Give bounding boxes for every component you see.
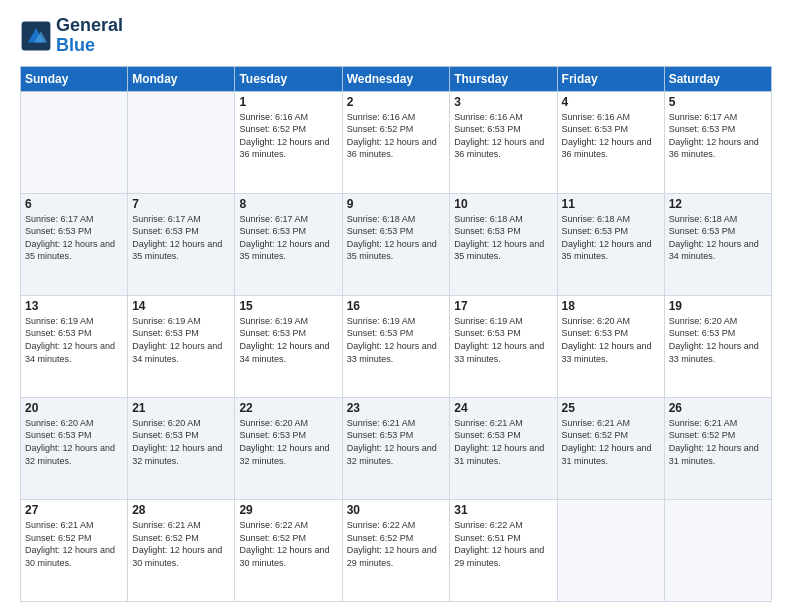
weekday-header-saturday: Saturday xyxy=(664,66,771,91)
week-row-2: 6Sunrise: 6:17 AM Sunset: 6:53 PM Daylig… xyxy=(21,193,772,295)
day-info: Sunrise: 6:16 AM Sunset: 6:52 PM Dayligh… xyxy=(347,111,446,161)
day-number: 10 xyxy=(454,197,552,211)
day-info: Sunrise: 6:17 AM Sunset: 6:53 PM Dayligh… xyxy=(239,213,337,263)
calendar-cell: 5Sunrise: 6:17 AM Sunset: 6:53 PM Daylig… xyxy=(664,91,771,193)
calendar-cell: 8Sunrise: 6:17 AM Sunset: 6:53 PM Daylig… xyxy=(235,193,342,295)
day-number: 22 xyxy=(239,401,337,415)
day-number: 29 xyxy=(239,503,337,517)
calendar-cell: 10Sunrise: 6:18 AM Sunset: 6:53 PM Dayli… xyxy=(450,193,557,295)
week-row-1: 1Sunrise: 6:16 AM Sunset: 6:52 PM Daylig… xyxy=(21,91,772,193)
day-info: Sunrise: 6:18 AM Sunset: 6:53 PM Dayligh… xyxy=(347,213,446,263)
calendar-cell: 16Sunrise: 6:19 AM Sunset: 6:53 PM Dayli… xyxy=(342,295,450,397)
day-info: Sunrise: 6:16 AM Sunset: 6:52 PM Dayligh… xyxy=(239,111,337,161)
day-number: 4 xyxy=(562,95,660,109)
calendar-cell xyxy=(128,91,235,193)
calendar-cell: 28Sunrise: 6:21 AM Sunset: 6:52 PM Dayli… xyxy=(128,499,235,601)
calendar-cell: 23Sunrise: 6:21 AM Sunset: 6:53 PM Dayli… xyxy=(342,397,450,499)
day-number: 30 xyxy=(347,503,446,517)
calendar-cell: 26Sunrise: 6:21 AM Sunset: 6:52 PM Dayli… xyxy=(664,397,771,499)
day-info: Sunrise: 6:22 AM Sunset: 6:52 PM Dayligh… xyxy=(347,519,446,569)
calendar-table: SundayMondayTuesdayWednesdayThursdayFrid… xyxy=(20,66,772,602)
day-number: 1 xyxy=(239,95,337,109)
calendar-cell: 13Sunrise: 6:19 AM Sunset: 6:53 PM Dayli… xyxy=(21,295,128,397)
calendar-cell xyxy=(21,91,128,193)
day-info: Sunrise: 6:21 AM Sunset: 6:53 PM Dayligh… xyxy=(454,417,552,467)
page: General Blue SundayMondayTuesdayWednesda… xyxy=(0,0,792,612)
day-info: Sunrise: 6:21 AM Sunset: 6:53 PM Dayligh… xyxy=(347,417,446,467)
day-number: 21 xyxy=(132,401,230,415)
day-number: 25 xyxy=(562,401,660,415)
calendar-cell: 21Sunrise: 6:20 AM Sunset: 6:53 PM Dayli… xyxy=(128,397,235,499)
calendar-cell xyxy=(664,499,771,601)
calendar-cell: 3Sunrise: 6:16 AM Sunset: 6:53 PM Daylig… xyxy=(450,91,557,193)
calendar-cell: 19Sunrise: 6:20 AM Sunset: 6:53 PM Dayli… xyxy=(664,295,771,397)
weekday-header-wednesday: Wednesday xyxy=(342,66,450,91)
calendar-cell: 4Sunrise: 6:16 AM Sunset: 6:53 PM Daylig… xyxy=(557,91,664,193)
week-row-5: 27Sunrise: 6:21 AM Sunset: 6:52 PM Dayli… xyxy=(21,499,772,601)
calendar-cell: 22Sunrise: 6:20 AM Sunset: 6:53 PM Dayli… xyxy=(235,397,342,499)
calendar-cell: 18Sunrise: 6:20 AM Sunset: 6:53 PM Dayli… xyxy=(557,295,664,397)
day-number: 19 xyxy=(669,299,767,313)
calendar-cell: 7Sunrise: 6:17 AM Sunset: 6:53 PM Daylig… xyxy=(128,193,235,295)
weekday-header-friday: Friday xyxy=(557,66,664,91)
day-info: Sunrise: 6:19 AM Sunset: 6:53 PM Dayligh… xyxy=(347,315,446,365)
day-info: Sunrise: 6:22 AM Sunset: 6:51 PM Dayligh… xyxy=(454,519,552,569)
calendar-cell: 9Sunrise: 6:18 AM Sunset: 6:53 PM Daylig… xyxy=(342,193,450,295)
day-info: Sunrise: 6:18 AM Sunset: 6:53 PM Dayligh… xyxy=(669,213,767,263)
day-number: 28 xyxy=(132,503,230,517)
calendar-cell: 25Sunrise: 6:21 AM Sunset: 6:52 PM Dayli… xyxy=(557,397,664,499)
day-info: Sunrise: 6:21 AM Sunset: 6:52 PM Dayligh… xyxy=(25,519,123,569)
day-number: 7 xyxy=(132,197,230,211)
calendar-cell: 2Sunrise: 6:16 AM Sunset: 6:52 PM Daylig… xyxy=(342,91,450,193)
day-info: Sunrise: 6:20 AM Sunset: 6:53 PM Dayligh… xyxy=(562,315,660,365)
day-info: Sunrise: 6:16 AM Sunset: 6:53 PM Dayligh… xyxy=(562,111,660,161)
day-number: 9 xyxy=(347,197,446,211)
weekday-header-tuesday: Tuesday xyxy=(235,66,342,91)
day-number: 13 xyxy=(25,299,123,313)
day-info: Sunrise: 6:22 AM Sunset: 6:52 PM Dayligh… xyxy=(239,519,337,569)
calendar-cell: 11Sunrise: 6:18 AM Sunset: 6:53 PM Dayli… xyxy=(557,193,664,295)
day-info: Sunrise: 6:17 AM Sunset: 6:53 PM Dayligh… xyxy=(25,213,123,263)
calendar-cell: 14Sunrise: 6:19 AM Sunset: 6:53 PM Dayli… xyxy=(128,295,235,397)
calendar-cell: 20Sunrise: 6:20 AM Sunset: 6:53 PM Dayli… xyxy=(21,397,128,499)
day-info: Sunrise: 6:19 AM Sunset: 6:53 PM Dayligh… xyxy=(132,315,230,365)
day-number: 26 xyxy=(669,401,767,415)
day-number: 12 xyxy=(669,197,767,211)
day-number: 27 xyxy=(25,503,123,517)
week-row-3: 13Sunrise: 6:19 AM Sunset: 6:53 PM Dayli… xyxy=(21,295,772,397)
day-number: 20 xyxy=(25,401,123,415)
calendar-cell: 30Sunrise: 6:22 AM Sunset: 6:52 PM Dayli… xyxy=(342,499,450,601)
day-info: Sunrise: 6:21 AM Sunset: 6:52 PM Dayligh… xyxy=(562,417,660,467)
day-number: 16 xyxy=(347,299,446,313)
calendar-cell: 17Sunrise: 6:19 AM Sunset: 6:53 PM Dayli… xyxy=(450,295,557,397)
day-number: 5 xyxy=(669,95,767,109)
calendar-cell: 31Sunrise: 6:22 AM Sunset: 6:51 PM Dayli… xyxy=(450,499,557,601)
weekday-header-row: SundayMondayTuesdayWednesdayThursdayFrid… xyxy=(21,66,772,91)
day-info: Sunrise: 6:18 AM Sunset: 6:53 PM Dayligh… xyxy=(454,213,552,263)
day-info: Sunrise: 6:16 AM Sunset: 6:53 PM Dayligh… xyxy=(454,111,552,161)
weekday-header-thursday: Thursday xyxy=(450,66,557,91)
header: General Blue xyxy=(20,16,772,56)
day-number: 31 xyxy=(454,503,552,517)
day-number: 17 xyxy=(454,299,552,313)
day-info: Sunrise: 6:20 AM Sunset: 6:53 PM Dayligh… xyxy=(669,315,767,365)
day-info: Sunrise: 6:19 AM Sunset: 6:53 PM Dayligh… xyxy=(239,315,337,365)
day-info: Sunrise: 6:19 AM Sunset: 6:53 PM Dayligh… xyxy=(454,315,552,365)
calendar-cell: 12Sunrise: 6:18 AM Sunset: 6:53 PM Dayli… xyxy=(664,193,771,295)
calendar-cell: 1Sunrise: 6:16 AM Sunset: 6:52 PM Daylig… xyxy=(235,91,342,193)
calendar-cell xyxy=(557,499,664,601)
week-row-4: 20Sunrise: 6:20 AM Sunset: 6:53 PM Dayli… xyxy=(21,397,772,499)
day-info: Sunrise: 6:19 AM Sunset: 6:53 PM Dayligh… xyxy=(25,315,123,365)
day-info: Sunrise: 6:21 AM Sunset: 6:52 PM Dayligh… xyxy=(132,519,230,569)
day-number: 11 xyxy=(562,197,660,211)
calendar-cell: 24Sunrise: 6:21 AM Sunset: 6:53 PM Dayli… xyxy=(450,397,557,499)
day-number: 23 xyxy=(347,401,446,415)
calendar-cell: 27Sunrise: 6:21 AM Sunset: 6:52 PM Dayli… xyxy=(21,499,128,601)
weekday-header-monday: Monday xyxy=(128,66,235,91)
calendar-cell: 29Sunrise: 6:22 AM Sunset: 6:52 PM Dayli… xyxy=(235,499,342,601)
day-info: Sunrise: 6:21 AM Sunset: 6:52 PM Dayligh… xyxy=(669,417,767,467)
day-number: 15 xyxy=(239,299,337,313)
day-number: 2 xyxy=(347,95,446,109)
logo: General Blue xyxy=(20,16,123,56)
logo-icon xyxy=(20,20,52,52)
